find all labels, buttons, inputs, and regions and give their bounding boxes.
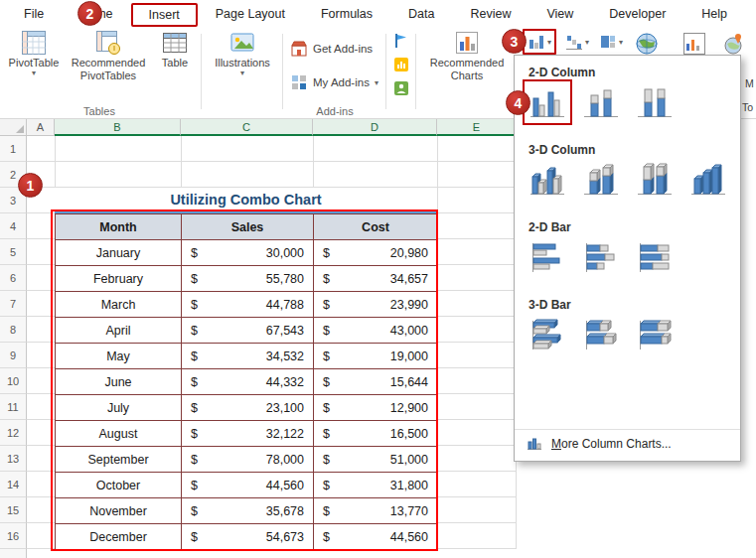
recommended-pivottables-icon	[95, 30, 121, 56]
cell-month[interactable]: March	[56, 292, 182, 318]
cell-sales[interactable]: $35,678	[182, 498, 314, 524]
row-header-15[interactable]: 15	[0, 497, 27, 523]
recommended-charts-button[interactable]: Recommended Charts	[421, 30, 513, 81]
row-header-12[interactable]: 12	[0, 420, 27, 446]
table-header-sales[interactable]: Sales	[182, 214, 314, 240]
chart-type-clustered-column-icon[interactable]	[527, 83, 568, 121]
select-all-corner[interactable]	[0, 119, 27, 136]
cell-month[interactable]: February	[56, 266, 182, 292]
cell-cost[interactable]: $44,560	[314, 524, 438, 550]
cell-cost[interactable]: $20,980	[314, 240, 438, 266]
cell-cost[interactable]: $23,990	[314, 292, 438, 318]
chart-type-clustered-column-3d-icon[interactable]	[527, 161, 568, 199]
tab-help[interactable]: Help	[683, 0, 745, 28]
chart-type-clustered-bar-3d-icon[interactable]	[527, 316, 568, 353]
cell-month[interactable]: August	[56, 421, 182, 447]
cell-month[interactable]: January	[56, 240, 182, 266]
cell-sales[interactable]: $44,788	[182, 292, 314, 318]
cell-cost[interactable]: $43,000	[314, 318, 438, 344]
insert-hierarchy-chart-button[interactable]: ▾	[596, 31, 626, 53]
row-header-13[interactable]: 13	[0, 446, 27, 472]
chart-type-column-3d-icon[interactable]	[687, 161, 729, 199]
row-header-6[interactable]: 6	[0, 265, 27, 291]
tab-view[interactable]: View	[529, 0, 591, 28]
chart-type-stacked-column-icon[interactable]	[580, 83, 622, 121]
tab-formulas[interactable]: Formulas	[303, 0, 390, 28]
cell-cost[interactable]: $31,800	[314, 473, 438, 498]
addin-yellow-icon[interactable]	[392, 56, 409, 72]
row-header-1[interactable]: 1	[0, 136, 27, 162]
tab-developer[interactable]: Developer	[591, 0, 683, 28]
chart-type-stacked-column-100-icon[interactable]	[634, 83, 676, 121]
cell-month[interactable]: June	[56, 369, 182, 395]
column-header-E[interactable]: E	[437, 119, 517, 136]
row-header-9[interactable]: 9	[0, 343, 27, 368]
tab-insert[interactable]: Insert	[131, 3, 198, 27]
cell-cost[interactable]: $51,000	[314, 447, 438, 473]
my-addins-button[interactable]: My Add-ins ▾	[290, 73, 378, 91]
row-header-16[interactable]: 16	[0, 523, 27, 549]
cell-cost[interactable]: $34,657	[314, 266, 438, 292]
cell-month[interactable]: October	[56, 473, 182, 498]
cell-month[interactable]: April	[56, 318, 182, 344]
cell-cost[interactable]: $12,900	[314, 395, 438, 421]
table-button[interactable]: Table	[153, 30, 197, 69]
cell-month[interactable]: September	[56, 447, 182, 473]
table-header-month[interactable]: Month	[56, 214, 182, 240]
tab-data[interactable]: Data	[390, 0, 452, 28]
chart-type-stacked-column-100-3d-icon[interactable]	[634, 161, 676, 199]
cell-month[interactable]: July	[56, 395, 182, 421]
column-header-D[interactable]: D	[313, 119, 437, 136]
maps-button[interactable]	[632, 30, 662, 58]
row-header-5[interactable]: 5	[0, 239, 27, 265]
cell-cost[interactable]: $16,500	[314, 421, 438, 447]
tab-file[interactable]: File	[6, 0, 62, 28]
insert-column-chart-button[interactable]: ▾	[523, 29, 556, 55]
column-header-B[interactable]: B	[55, 119, 181, 136]
3d-map-button[interactable]	[719, 30, 749, 58]
row-header-10[interactable]: 10	[0, 368, 27, 394]
column-header-A[interactable]: A	[27, 119, 55, 136]
cell-month[interactable]: December	[56, 524, 182, 550]
row-header-7[interactable]: 7	[0, 291, 27, 317]
insert-waterfall-chart-button[interactable]: ▾	[562, 31, 592, 53]
cell-sales[interactable]: $78,000	[182, 447, 314, 473]
tab-page-layout[interactable]: Page Layout	[198, 0, 303, 28]
illustrations-button[interactable]: Illustrations ▾	[205, 30, 280, 76]
cell-cost[interactable]: $13,770	[314, 498, 438, 524]
cell-cost[interactable]: $15,644	[314, 369, 438, 395]
get-addins-button[interactable]: Get Add-ins	[290, 40, 373, 58]
chart-type-stacked-bar-icon[interactable]	[580, 238, 622, 276]
cell-sales[interactable]: $55,780	[182, 266, 314, 292]
cell-sales[interactable]: $67,543	[182, 318, 314, 344]
chart-type-clustered-bar-icon[interactable]	[527, 238, 568, 276]
chart-type-stacked-bar-3d-icon[interactable]	[580, 316, 622, 353]
table-header-cost[interactable]: Cost	[314, 214, 438, 240]
pivotchart-button[interactable]	[680, 30, 709, 58]
cell-sales[interactable]: $32,122	[182, 421, 314, 447]
cell-sales[interactable]: $30,000	[182, 240, 314, 266]
cell-month[interactable]: November	[56, 498, 182, 524]
column-header-C[interactable]: C	[181, 119, 313, 136]
row-header-8[interactable]: 8	[0, 317, 27, 343]
cell-sales[interactable]: $54,673	[182, 524, 314, 550]
chart-type-stacked-column-3d-icon[interactable]	[580, 161, 622, 199]
cell-sales[interactable]: $44,560	[182, 473, 314, 498]
row-header-11[interactable]: 11	[0, 394, 27, 420]
more-column-charts[interactable]: More Column Charts...	[515, 429, 740, 457]
chart-type-stacked-bar-100-3d-icon[interactable]	[634, 316, 676, 353]
sheet-title-cell[interactable]: Utilizing Combo Chart	[55, 188, 437, 213]
row-header-4[interactable]: 4	[0, 213, 27, 239]
cell-sales[interactable]: $44,332	[182, 369, 314, 395]
addin-flag-icon[interactable]	[392, 32, 409, 49]
cell-sales[interactable]: $34,532	[182, 344, 314, 369]
cell-month[interactable]: May	[56, 344, 182, 369]
chart-type-stacked-bar-100-icon[interactable]	[634, 238, 676, 276]
cell-cost[interactable]: $19,000	[314, 344, 438, 369]
tab-review[interactable]: Review	[452, 0, 529, 28]
row-header-14[interactable]: 14	[0, 472, 27, 497]
addin-green-icon[interactable]	[392, 79, 409, 96]
cell-sales[interactable]: $23,100	[182, 395, 314, 421]
recommended-pivottables-button[interactable]: Recommended PivotTables	[66, 30, 151, 81]
pivottable-button[interactable]: PivotTable ▾	[6, 30, 62, 76]
